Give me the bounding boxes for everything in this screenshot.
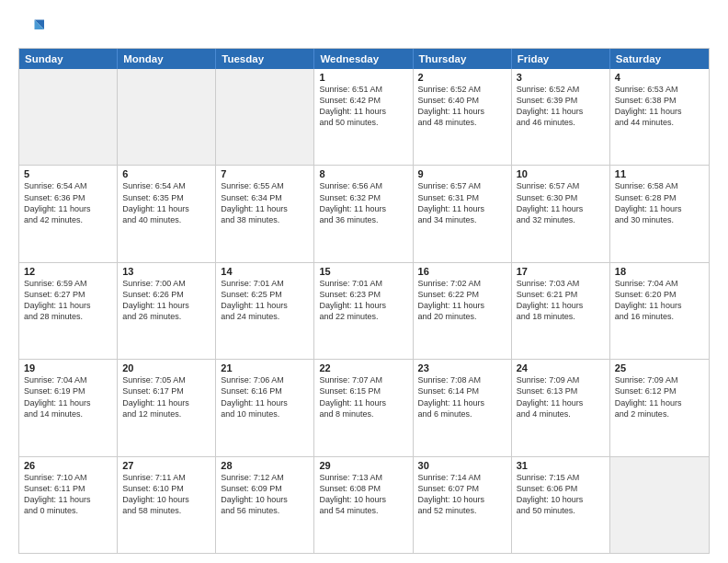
calendar-cell: 6Sunrise: 6:54 AM Sunset: 6:35 PM Daylig… — [118, 166, 216, 261]
calendar-cell: 11Sunrise: 6:58 AM Sunset: 6:28 PM Dayli… — [610, 166, 709, 261]
cell-content: Sunrise: 6:54 AM Sunset: 6:35 PM Dayligh… — [122, 180, 210, 225]
day-number: 20 — [122, 362, 210, 373]
calendar-cell: 17Sunrise: 7:03 AM Sunset: 6:21 PM Dayli… — [512, 263, 610, 359]
cell-content: Sunrise: 7:02 AM Sunset: 6:22 PM Dayligh… — [418, 278, 506, 323]
calendar-cell — [19, 69, 118, 165]
logo-icon — [18, 17, 44, 42]
calendar-header-cell: Sunday — [19, 49, 118, 69]
calendar-cell: 9Sunrise: 6:57 AM Sunset: 6:31 PM Daylig… — [414, 166, 512, 261]
day-number: 4 — [615, 72, 704, 83]
cell-content: Sunrise: 6:54 AM Sunset: 6:36 PM Dayligh… — [24, 180, 112, 225]
calendar-cell: 14Sunrise: 7:01 AM Sunset: 6:25 PM Dayli… — [216, 263, 314, 359]
cell-content: Sunrise: 7:03 AM Sunset: 6:21 PM Dayligh… — [517, 278, 605, 323]
cell-content: Sunrise: 6:55 AM Sunset: 6:34 PM Dayligh… — [221, 180, 309, 225]
calendar-cell: 5Sunrise: 6:54 AM Sunset: 6:36 PM Daylig… — [19, 166, 118, 261]
cell-content: Sunrise: 6:52 AM Sunset: 6:39 PM Dayligh… — [517, 84, 605, 129]
calendar-cell: 4Sunrise: 6:53 AM Sunset: 6:38 PM Daylig… — [610, 69, 709, 165]
day-number: 22 — [319, 362, 407, 373]
calendar-header: SundayMondayTuesdayWednesdayThursdayFrid… — [19, 49, 709, 69]
day-number: 13 — [122, 266, 210, 277]
calendar-cell: 30Sunrise: 7:14 AM Sunset: 6:07 PM Dayli… — [414, 457, 512, 553]
day-number: 7 — [221, 168, 309, 179]
day-number: 28 — [221, 460, 309, 471]
calendar-cell: 19Sunrise: 7:04 AM Sunset: 6:19 PM Dayli… — [19, 360, 118, 455]
day-number: 6 — [122, 168, 210, 179]
calendar-header-cell: Tuesday — [216, 49, 314, 69]
cell-content: Sunrise: 6:56 AM Sunset: 6:32 PM Dayligh… — [319, 180, 407, 225]
calendar-cell: 16Sunrise: 7:02 AM Sunset: 6:22 PM Dayli… — [414, 263, 512, 359]
calendar-cell: 10Sunrise: 6:57 AM Sunset: 6:30 PM Dayli… — [512, 166, 610, 261]
day-number: 18 — [615, 266, 704, 277]
cell-content: Sunrise: 7:09 AM Sunset: 6:12 PM Dayligh… — [615, 374, 704, 419]
cell-content: Sunrise: 7:14 AM Sunset: 6:07 PM Dayligh… — [418, 472, 506, 517]
calendar-cell: 31Sunrise: 7:15 AM Sunset: 6:06 PM Dayli… — [512, 457, 610, 553]
cell-content: Sunrise: 7:12 AM Sunset: 6:09 PM Dayligh… — [221, 472, 309, 517]
calendar-cell: 26Sunrise: 7:10 AM Sunset: 6:11 PM Dayli… — [19, 457, 118, 553]
cell-content: Sunrise: 7:05 AM Sunset: 6:17 PM Dayligh… — [122, 374, 210, 419]
calendar-cell: 21Sunrise: 7:06 AM Sunset: 6:16 PM Dayli… — [216, 360, 314, 455]
cell-content: Sunrise: 7:13 AM Sunset: 6:08 PM Dayligh… — [319, 472, 407, 517]
day-number: 5 — [24, 168, 112, 179]
day-number: 23 — [418, 362, 506, 373]
cell-content: Sunrise: 6:52 AM Sunset: 6:40 PM Dayligh… — [418, 84, 506, 129]
cell-content: Sunrise: 7:04 AM Sunset: 6:20 PM Dayligh… — [615, 278, 704, 323]
day-number: 21 — [221, 362, 309, 373]
calendar-header-cell: Thursday — [414, 49, 512, 69]
day-number: 14 — [221, 266, 309, 277]
calendar-row: 26Sunrise: 7:10 AM Sunset: 6:11 PM Dayli… — [19, 457, 709, 553]
cell-content: Sunrise: 6:58 AM Sunset: 6:28 PM Dayligh… — [615, 180, 704, 225]
day-number: 11 — [615, 168, 704, 179]
day-number: 15 — [319, 266, 407, 277]
calendar-header-cell: Wednesday — [314, 49, 413, 69]
cell-content: Sunrise: 6:57 AM Sunset: 6:30 PM Dayligh… — [517, 180, 605, 225]
day-number: 24 — [517, 362, 605, 373]
cell-content: Sunrise: 7:08 AM Sunset: 6:14 PM Dayligh… — [418, 374, 506, 419]
cell-content: Sunrise: 6:57 AM Sunset: 6:31 PM Dayligh… — [418, 180, 506, 225]
day-number: 30 — [418, 460, 506, 471]
calendar-cell: 2Sunrise: 6:52 AM Sunset: 6:40 PM Daylig… — [414, 69, 512, 165]
cell-content: Sunrise: 7:06 AM Sunset: 6:16 PM Dayligh… — [221, 374, 309, 419]
day-number: 3 — [517, 72, 605, 83]
calendar-header-cell: Friday — [512, 49, 610, 69]
cell-content: Sunrise: 7:09 AM Sunset: 6:13 PM Dayligh… — [517, 374, 605, 419]
calendar-cell: 27Sunrise: 7:11 AM Sunset: 6:10 PM Dayli… — [118, 457, 216, 553]
calendar-cell: 12Sunrise: 6:59 AM Sunset: 6:27 PM Dayli… — [19, 263, 118, 359]
day-number: 12 — [24, 266, 112, 277]
day-number: 10 — [517, 168, 605, 179]
calendar-cell: 8Sunrise: 6:56 AM Sunset: 6:32 PM Daylig… — [314, 166, 413, 261]
calendar-cell: 3Sunrise: 6:52 AM Sunset: 6:39 PM Daylig… — [512, 69, 610, 165]
calendar-header-cell: Saturday — [610, 49, 709, 69]
cell-content: Sunrise: 7:01 AM Sunset: 6:25 PM Dayligh… — [221, 278, 309, 323]
calendar-cell: 25Sunrise: 7:09 AM Sunset: 6:12 PM Dayli… — [610, 360, 709, 455]
calendar-cell: 20Sunrise: 7:05 AM Sunset: 6:17 PM Dayli… — [118, 360, 216, 455]
cell-content: Sunrise: 7:00 AM Sunset: 6:26 PM Dayligh… — [122, 278, 210, 323]
calendar-cell: 28Sunrise: 7:12 AM Sunset: 6:09 PM Dayli… — [216, 457, 314, 553]
calendar-row: 1Sunrise: 6:51 AM Sunset: 6:42 PM Daylig… — [19, 69, 709, 166]
cell-content: Sunrise: 7:11 AM Sunset: 6:10 PM Dayligh… — [122, 472, 210, 517]
calendar-cell — [118, 69, 216, 165]
calendar-cell: 29Sunrise: 7:13 AM Sunset: 6:08 PM Dayli… — [314, 457, 413, 553]
cell-content: Sunrise: 7:07 AM Sunset: 6:15 PM Dayligh… — [319, 374, 407, 419]
calendar-cell: 7Sunrise: 6:55 AM Sunset: 6:34 PM Daylig… — [216, 166, 314, 261]
day-number: 31 — [517, 460, 605, 471]
day-number: 26 — [24, 460, 112, 471]
calendar-cell: 22Sunrise: 7:07 AM Sunset: 6:15 PM Dayli… — [314, 360, 413, 455]
calendar-cell — [216, 69, 314, 165]
calendar-cell: 1Sunrise: 6:51 AM Sunset: 6:42 PM Daylig… — [314, 69, 413, 165]
calendar-cell: 18Sunrise: 7:04 AM Sunset: 6:20 PM Dayli… — [610, 263, 709, 359]
day-number: 2 — [418, 72, 506, 83]
calendar-row: 19Sunrise: 7:04 AM Sunset: 6:19 PM Dayli… — [19, 360, 709, 456]
calendar-row: 12Sunrise: 6:59 AM Sunset: 6:27 PM Dayli… — [19, 263, 709, 360]
day-number: 25 — [615, 362, 704, 373]
calendar-header-cell: Monday — [118, 49, 216, 69]
cell-content: Sunrise: 6:53 AM Sunset: 6:38 PM Dayligh… — [615, 84, 704, 129]
cell-content: Sunrise: 7:10 AM Sunset: 6:11 PM Dayligh… — [24, 472, 112, 517]
day-number: 27 — [122, 460, 210, 471]
logo — [18, 17, 48, 42]
cell-content: Sunrise: 7:01 AM Sunset: 6:23 PM Dayligh… — [319, 278, 407, 323]
calendar-cell: 15Sunrise: 7:01 AM Sunset: 6:23 PM Dayli… — [314, 263, 413, 359]
calendar-cell: 23Sunrise: 7:08 AM Sunset: 6:14 PM Dayli… — [414, 360, 512, 455]
header — [18, 17, 710, 42]
calendar-row: 5Sunrise: 6:54 AM Sunset: 6:36 PM Daylig… — [19, 166, 709, 262]
calendar: SundayMondayTuesdayWednesdayThursdayFrid… — [18, 48, 710, 554]
